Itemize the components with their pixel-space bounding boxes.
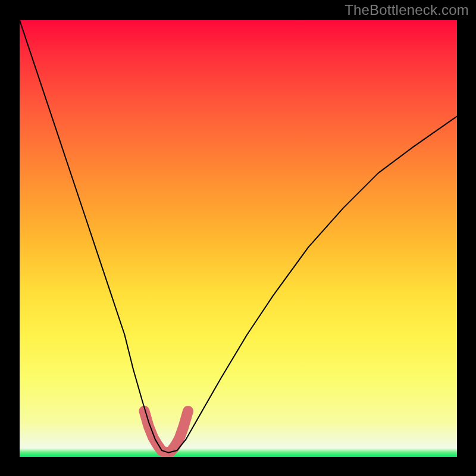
highlight-u-path (144, 411, 188, 453)
curve-svg (20, 20, 457, 457)
chart-frame: TheBottleneck.com (0, 0, 476, 476)
plot-area (20, 20, 457, 457)
bottleneck-curve-path (20, 20, 457, 453)
watermark-text: TheBottleneck.com (345, 2, 469, 18)
